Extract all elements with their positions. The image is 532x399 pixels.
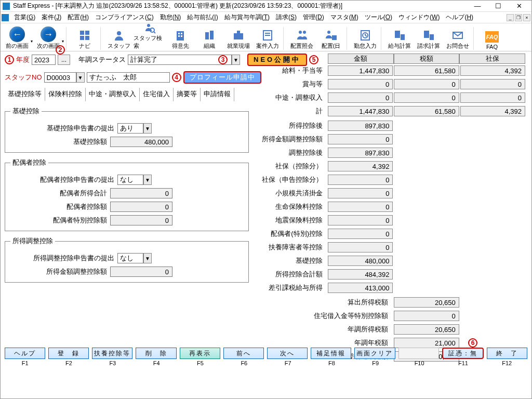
close-button[interactable]: ✕ bbox=[509, 1, 529, 12]
navi-button[interactable]: ナビ bbox=[70, 24, 99, 50]
mdi-close[interactable]: × bbox=[523, 14, 530, 21]
staff-name-input[interactable] bbox=[87, 72, 170, 83]
faq-button[interactable]: FAQFAQ bbox=[477, 24, 507, 50]
adj-submit-combo[interactable] bbox=[117, 253, 143, 263]
staff-no-dropdown-button[interactable]: ▼ bbox=[76, 72, 85, 83]
year-label: 年度 bbox=[16, 55, 30, 64]
workarea: 1 年度 2 ... 年調ステータス 3 ▼ NEO公開中 5 スタッフNO ▼… bbox=[1, 51, 531, 373]
menu-配置(H)[interactable]: 配置(H) bbox=[64, 12, 92, 22]
salary-calc-button[interactable]: 給与計算 bbox=[385, 24, 414, 50]
spouse-submit-dd[interactable]: ▼ bbox=[143, 175, 152, 185]
menu-請求(S)[interactable]: 請求(S) bbox=[273, 12, 300, 22]
fn-F7[interactable]: 次へ bbox=[267, 348, 308, 359]
fn-F5[interactable]: 再表示 bbox=[180, 348, 220, 359]
fn-F9[interactable]: 画面クリア bbox=[354, 348, 395, 359]
col-amount-header: 金額 bbox=[328, 54, 394, 64]
year-picker-button[interactable]: ... bbox=[58, 55, 70, 65]
fn-F2[interactable]: 登 録 bbox=[48, 348, 89, 359]
profile-request-button[interactable]: プロフィール申請中 bbox=[183, 71, 261, 84]
fn-F8[interactable]: 補足情報 bbox=[311, 348, 351, 359]
svg-point-21 bbox=[303, 31, 306, 34]
svg-rect-16 bbox=[237, 31, 240, 33]
svg-rect-30 bbox=[424, 31, 429, 38]
tab-1[interactable]: 保険料控除 bbox=[45, 88, 86, 101]
table-row: 小規模共済掛金0 bbox=[328, 187, 525, 200]
adjustment-deduction-group: 所得調整控除 所得調整控除申告書の提出▼ 所得金額調整控除額0 bbox=[5, 236, 249, 283]
menu-勤怠(N)[interactable]: 勤怠(N) bbox=[157, 12, 184, 22]
table-row: 差引課税給与所得413,000 bbox=[328, 281, 525, 295]
menubar: 営業(G)案件(J)配置(H)コンプライアンス(C)勤怠(N)給与前払(I)給与… bbox=[1, 12, 531, 23]
neo-publish-button[interactable]: NEO公開中 bbox=[247, 54, 307, 66]
basic-amount: 480,000 bbox=[110, 137, 172, 147]
menu-給与賞与年調(T)[interactable]: 給与賞与年調(T) bbox=[221, 12, 273, 22]
year-input[interactable] bbox=[32, 55, 56, 65]
placement-day-button[interactable]: 配置(日 bbox=[316, 24, 345, 50]
tab-0[interactable]: 基礎控除等 bbox=[5, 88, 45, 101]
table-row: 地震保険料控除0 bbox=[328, 214, 525, 227]
table-row: 賞与等000 bbox=[328, 77, 525, 91]
contact-button[interactable]: お問合せ bbox=[443, 24, 472, 50]
svg-rect-3 bbox=[85, 36, 89, 40]
basic-submit-dd[interactable]: ▼ bbox=[143, 123, 152, 134]
org-button[interactable]: 組織 bbox=[195, 24, 224, 50]
billing-calc-button[interactable]: 請求計算 bbox=[414, 24, 443, 50]
menu-案件(J)[interactable]: 案件(J) bbox=[38, 12, 64, 22]
fn-F6[interactable]: 前へ bbox=[223, 348, 264, 359]
menu-ツール(O)[interactable]: ツール(O) bbox=[362, 12, 395, 22]
staff-button[interactable]: スタッフ bbox=[104, 24, 134, 50]
window-title: Staff Express - [年末調整入力 追加(2023/09/26 13… bbox=[13, 2, 467, 10]
project-input-button[interactable]: 案件入力 bbox=[253, 24, 282, 50]
svg-rect-2 bbox=[80, 36, 84, 40]
fn-F1[interactable]: ヘルプ bbox=[5, 348, 45, 359]
tab-3[interactable]: 住宅借入 bbox=[140, 88, 174, 101]
fn-F4[interactable]: 削 除 bbox=[136, 348, 176, 359]
svg-rect-12 bbox=[181, 35, 182, 37]
marker-5: 5 bbox=[309, 55, 318, 64]
svg-rect-15 bbox=[234, 33, 243, 39]
tab-5[interactable]: 申請情報 bbox=[201, 88, 234, 101]
spouse-submit-combo[interactable] bbox=[117, 175, 143, 185]
menu-給与前払(I)[interactable]: 給与前払(I) bbox=[184, 12, 221, 22]
status-dropdown-button[interactable]: ▼ bbox=[232, 55, 240, 65]
marker-2: 2 bbox=[56, 45, 65, 55]
table-row: 計1,447,83061,5804,392 bbox=[328, 104, 525, 118]
menu-マスタ(M)[interactable]: マスタ(M) bbox=[327, 12, 362, 22]
svg-rect-23 bbox=[332, 35, 337, 40]
tab-2[interactable]: 中途・調整収入 bbox=[86, 88, 140, 101]
tab-4[interactable]: 摘要等 bbox=[174, 88, 201, 101]
placement-query-button[interactable]: 配置照会 bbox=[287, 24, 316, 50]
status-combo[interactable] bbox=[128, 55, 232, 65]
table-row: 給料・手当等1,447,83061,5804,392 bbox=[328, 64, 525, 77]
adj-submit-dd[interactable]: ▼ bbox=[143, 253, 152, 263]
staff-no-input[interactable] bbox=[44, 72, 76, 83]
menu-ヘルプ(H)[interactable]: ヘルプ(H) bbox=[443, 12, 476, 22]
client-button[interactable]: 得意先 bbox=[166, 24, 195, 50]
menu-営業(G)[interactable]: 営業(G) bbox=[11, 12, 38, 22]
marker-1: 1 bbox=[5, 55, 14, 64]
staff-search-button[interactable]: スタッフ検索 bbox=[134, 24, 166, 50]
menu-ウィンドウ(W)[interactable]: ウィンドウ(W) bbox=[395, 12, 443, 22]
basic-submit-combo[interactable] bbox=[117, 123, 143, 134]
attendance-input-button[interactable]: 勤怠入力 bbox=[351, 24, 380, 50]
fn-F12[interactable]: 終 了 bbox=[487, 348, 527, 359]
menu-管理(D)[interactable]: 管理(D) bbox=[300, 12, 327, 22]
spouse-income: 0 bbox=[110, 188, 172, 198]
worksite-button[interactable]: 就業現場 bbox=[224, 24, 253, 50]
status-label: 年調ステータス bbox=[78, 55, 126, 64]
table-row: 調整控除後897,830 bbox=[328, 146, 525, 159]
menu-コンプライアンス(C)[interactable]: コンプライアンス(C) bbox=[92, 12, 157, 22]
marker-4: 4 bbox=[172, 73, 181, 82]
mdi-restore[interactable]: ❐ bbox=[515, 14, 522, 21]
mdi-minimize[interactable]: _ bbox=[507, 14, 514, 21]
svg-rect-13 bbox=[205, 32, 209, 39]
maximize-button[interactable]: ☐ bbox=[488, 1, 509, 12]
minimize-button[interactable]: — bbox=[467, 1, 488, 12]
fn-F11[interactable]: 証憑：無 bbox=[442, 348, 484, 359]
fn-F3[interactable]: 扶養控除等 bbox=[92, 348, 132, 359]
spouse-spded: 0 bbox=[110, 215, 172, 225]
mdi-icon bbox=[2, 14, 9, 21]
table-row: 所得控除合計額484,392 bbox=[328, 268, 525, 281]
prev-screen-button[interactable]: ←前の画面 bbox=[3, 24, 32, 50]
spouse-ded: 0 bbox=[110, 202, 172, 212]
svg-line-27 bbox=[365, 35, 367, 36]
